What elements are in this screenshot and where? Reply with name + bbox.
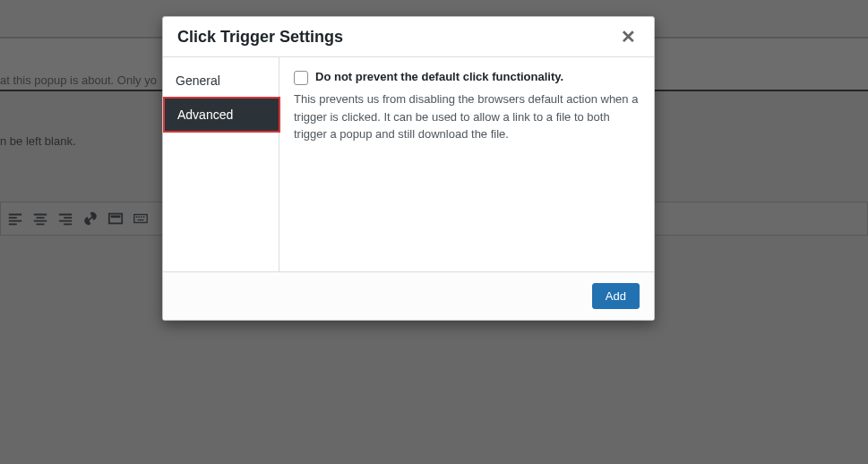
tab-advanced[interactable]: Advanced xyxy=(163,97,280,133)
option-row: Do not prevent the default click functio… xyxy=(294,70,640,85)
add-button[interactable]: Add xyxy=(592,283,640,309)
prevent-default-label[interactable]: Do not prevent the default click functio… xyxy=(315,70,563,83)
modal-footer: Add xyxy=(163,272,654,320)
tab-general[interactable]: General xyxy=(163,64,279,97)
click-trigger-settings-modal: Click Trigger Settings ✕ General Advance… xyxy=(162,16,655,321)
settings-tabs: General Advanced xyxy=(163,57,279,271)
close-icon[interactable]: ✕ xyxy=(617,26,640,47)
prevent-default-checkbox[interactable] xyxy=(294,71,308,85)
prevent-default-description: This prevents us from disabling the brow… xyxy=(294,90,640,143)
modal-body: General Advanced Do not prevent the defa… xyxy=(163,57,654,272)
tab-content-advanced: Do not prevent the default click functio… xyxy=(279,57,654,271)
modal-header: Click Trigger Settings ✕ xyxy=(163,17,654,57)
modal-title: Click Trigger Settings xyxy=(177,28,343,47)
